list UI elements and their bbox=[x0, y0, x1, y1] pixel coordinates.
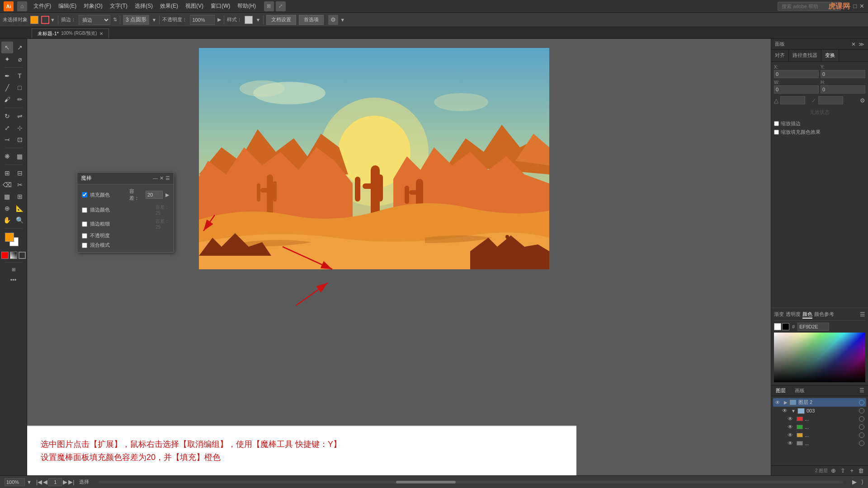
layout-icon[interactable]: ⊞ bbox=[264, 1, 274, 11]
hex-color-input[interactable] bbox=[797, 323, 829, 331]
home-button[interactable]: ⌂ bbox=[17, 1, 27, 11]
layer-003-row[interactable]: 👁 ▼ 003 bbox=[773, 407, 866, 415]
fill-color-check[interactable] bbox=[82, 192, 87, 197]
interpolate-select[interactable]: 插边 bbox=[79, 15, 110, 25]
menu-select[interactable]: 选择(S) bbox=[132, 1, 156, 11]
color-item-4-row[interactable]: 👁 ... bbox=[773, 439, 866, 447]
scale-tool[interactable]: ⤢ bbox=[1, 122, 13, 134]
h-input[interactable] bbox=[821, 85, 865, 94]
fill-tolerance-arrow[interactable]: ▶ bbox=[165, 192, 169, 198]
play-btn[interactable]: ▶ bbox=[852, 479, 857, 485]
direct-select-tool[interactable]: ↗ bbox=[14, 42, 26, 53]
rotate-tool[interactable]: ↻ bbox=[1, 110, 13, 122]
w-input[interactable] bbox=[774, 85, 819, 94]
menu-window[interactable]: 窗口(W) bbox=[208, 1, 233, 11]
rect-tool[interactable]: □ bbox=[14, 82, 26, 94]
tab-pathfinder[interactable]: 路径查找器 bbox=[789, 50, 821, 61]
tab-align[interactable]: 对齐 bbox=[771, 50, 789, 61]
zoom-tool[interactable]: 🔍 bbox=[14, 214, 26, 226]
layer-2-expand-btn[interactable]: ▶ bbox=[784, 400, 788, 405]
foreground-color[interactable] bbox=[5, 233, 14, 242]
zoom-arrow[interactable]: ▼ bbox=[27, 479, 32, 485]
next-page-btn[interactable]: ▶ bbox=[63, 479, 67, 485]
tab-layers[interactable]: 图层 bbox=[771, 385, 790, 396]
artboard-tool[interactable]: ⊞ bbox=[1, 167, 13, 179]
tab-gradient-color[interactable]: 渐变 bbox=[774, 311, 784, 319]
style-arrow[interactable]: ▼ bbox=[255, 17, 260, 23]
tab-color[interactable]: 颜色 bbox=[802, 311, 812, 319]
width-tool[interactable]: ⤙ bbox=[1, 134, 13, 145]
more-tools-btn[interactable]: ••• bbox=[10, 277, 17, 283]
layer-delete-btn[interactable]: 🗑 bbox=[857, 467, 865, 474]
color-item-2-eye[interactable]: 👁 bbox=[788, 424, 795, 430]
expand-icon[interactable]: ⤢ bbox=[276, 1, 286, 11]
tab-artboards[interactable]: 画板 bbox=[790, 385, 809, 396]
scissors-tool[interactable]: ✂ bbox=[14, 179, 26, 191]
scale-strokes-label[interactable]: 缩放描边 bbox=[774, 120, 865, 127]
page-input[interactable] bbox=[48, 478, 62, 486]
magic-wand-tool[interactable]: ✦ bbox=[1, 53, 13, 65]
stroke-swatch[interactable] bbox=[41, 16, 49, 24]
tool-extra-btn[interactable]: ⚙ bbox=[328, 15, 338, 25]
zoom-input[interactable] bbox=[5, 478, 25, 486]
menu-object[interactable]: 对象(O) bbox=[81, 1, 105, 11]
blend-mode-check[interactable] bbox=[82, 243, 87, 248]
white-swatch[interactable] bbox=[774, 323, 781, 330]
shear-input[interactable] bbox=[818, 96, 843, 104]
layer-2-row[interactable]: 👁 ▶ 图层 2 bbox=[773, 398, 866, 407]
tool-extra-arrow[interactable]: ▼ bbox=[340, 17, 345, 23]
layer-2-eye[interactable]: 👁 bbox=[775, 399, 782, 406]
doc-settings-button[interactable]: 文档设置 bbox=[266, 15, 296, 25]
layer-003-eye[interactable]: 👁 bbox=[782, 408, 789, 414]
layer-move-btn[interactable]: ⇧ bbox=[839, 467, 847, 474]
select-tool[interactable]: ↖ bbox=[1, 42, 13, 53]
tab-transparency[interactable]: 透明度 bbox=[786, 311, 801, 319]
mesh-tool[interactable]: ⊞ bbox=[14, 191, 26, 202]
gradient-tool[interactable]: ▦ bbox=[1, 191, 13, 202]
line-tool[interactable]: ╱ bbox=[1, 82, 13, 94]
opacity-arrow[interactable]: ▶ bbox=[217, 17, 221, 23]
document-tab[interactable]: 未标题-1* 100% (RGB/预览) ✕ bbox=[32, 28, 109, 38]
stroke-color-check[interactable] bbox=[82, 207, 87, 213]
free-transform-tool[interactable]: ⊡ bbox=[14, 134, 26, 145]
color-item-3-eye[interactable]: 👁 bbox=[788, 432, 795, 438]
color-item-1-eye[interactable]: 👁 bbox=[788, 416, 795, 422]
prev-page-btn[interactable]: ◀ bbox=[43, 479, 47, 485]
color-item-2-row[interactable]: 👁 ... bbox=[773, 423, 866, 431]
menu-help[interactable]: 帮助(H) bbox=[235, 1, 259, 11]
x-input[interactable] bbox=[774, 70, 819, 78]
color-item-3-row[interactable]: 👁 ... bbox=[773, 431, 866, 439]
symbol-sprayer-tool[interactable]: ❋ bbox=[1, 150, 13, 162]
style-swatch[interactable] bbox=[245, 16, 253, 24]
gradient-btn[interactable] bbox=[10, 252, 17, 259]
scale-effects-label[interactable]: 缩放填充颜色效果 bbox=[774, 129, 865, 136]
scale-strokes-check[interactable] bbox=[774, 121, 779, 126]
menu-edit[interactable]: 编辑(E) bbox=[56, 1, 79, 11]
color-item-1-row[interactable]: 👁 ... bbox=[773, 415, 866, 423]
stroke-arrow[interactable]: ▼ bbox=[50, 17, 55, 23]
column-graph-tool[interactable]: ▦ bbox=[14, 150, 26, 162]
layers-menu-btn[interactable]: ☰ bbox=[856, 385, 868, 396]
first-page-btn[interactable]: |◀ bbox=[36, 479, 42, 485]
tab-close-button[interactable]: ✕ bbox=[99, 31, 103, 36]
color-picker[interactable] bbox=[774, 333, 865, 382]
fill-color-swatch[interactable] bbox=[30, 16, 38, 24]
angle-input[interactable] bbox=[780, 96, 805, 104]
menu-text[interactable]: 文字(T) bbox=[107, 1, 130, 11]
panel-close-btn[interactable]: ✕ bbox=[160, 175, 164, 181]
color-mode-btn[interactable] bbox=[1, 252, 9, 259]
measure-tool[interactable]: 📐 bbox=[14, 202, 26, 214]
mirror-tool[interactable]: ⇌ bbox=[14, 110, 26, 122]
type-tool[interactable]: T bbox=[14, 70, 26, 82]
menu-view[interactable]: 视图(V) bbox=[183, 1, 206, 11]
panel-menu-btn[interactable]: ☰ bbox=[165, 175, 170, 181]
puppet-warp-tool[interactable]: ⊹ bbox=[14, 122, 26, 134]
opacity-check[interactable] bbox=[82, 233, 87, 239]
opacity-input[interactable] bbox=[190, 15, 215, 25]
rp-expand-btn[interactable]: ≫ bbox=[859, 41, 864, 47]
paintbrush-tool[interactable]: 🖌 bbox=[1, 94, 13, 105]
status-scrollbar[interactable] bbox=[98, 481, 843, 483]
slice-tool[interactable]: ⊟ bbox=[14, 167, 26, 179]
shape-arrow[interactable]: ▼ bbox=[152, 17, 157, 23]
layer-new-btn[interactable]: + bbox=[849, 467, 855, 474]
